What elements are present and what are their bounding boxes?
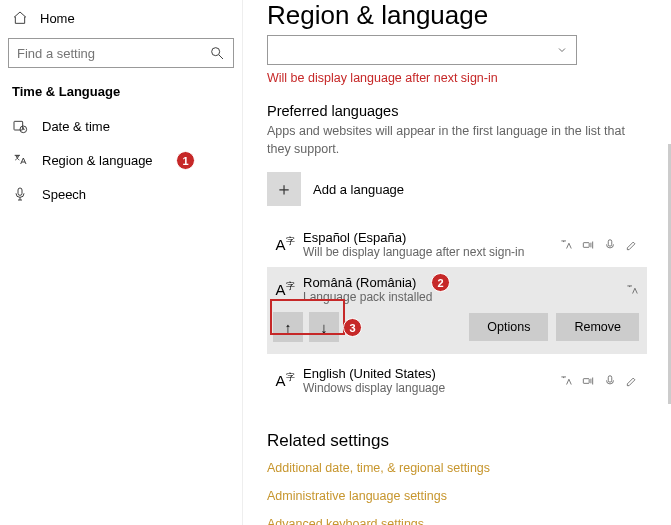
search-box[interactable] [8, 38, 234, 68]
language-features [559, 374, 639, 388]
display-language-dropdown[interactable] [267, 35, 577, 65]
plus-icon: ＋ [267, 172, 301, 206]
annotation-badge-1: 1 [176, 151, 195, 170]
svg-point-0 [212, 48, 220, 56]
text-to-speech-icon [559, 374, 573, 388]
preferred-languages-sub: Apps and websites will appear in the fir… [267, 123, 647, 158]
chevron-down-icon [556, 44, 568, 56]
svg-rect-5 [608, 239, 612, 245]
link-advanced-keyboard[interactable]: Advanced keyboard settings [267, 517, 647, 525]
annotation-badge-2: 2 [431, 273, 450, 292]
text-to-speech-icon [625, 283, 639, 297]
svg-rect-6 [583, 378, 589, 383]
language-glyph-icon: A字 [275, 237, 294, 252]
language-sub: Language pack installed [303, 290, 625, 304]
language-sub: Windows display language [303, 381, 559, 395]
language-features [559, 238, 639, 252]
language-item-english[interactable]: A字 English (United States) Windows displ… [267, 358, 647, 403]
page-title: Region & language [267, 0, 647, 31]
home-icon [12, 10, 28, 26]
speech-recognition-icon [581, 374, 595, 388]
language-item-espanol[interactable]: A字 Español (España) Will be display lang… [267, 222, 647, 267]
category-title: Time & Language [8, 82, 234, 109]
sidebar-item-date-time[interactable]: Date & time [8, 109, 234, 143]
add-language-button[interactable]: ＋ Add a language [267, 172, 647, 206]
svg-rect-7 [608, 375, 612, 381]
home-label: Home [40, 11, 75, 26]
language-icon [12, 152, 28, 168]
microphone-icon [603, 238, 617, 252]
nav-label: Speech [42, 187, 86, 202]
settings-sidebar: Home Time & Language Date & time Region … [0, 0, 243, 525]
microphone-icon [603, 374, 617, 388]
sidebar-item-region-language[interactable]: Region & language 1 [8, 143, 234, 177]
nav-label: Region & language [42, 153, 153, 168]
language-glyph-icon: A字 [275, 373, 294, 388]
language-glyph-icon: A字 [275, 282, 294, 297]
home-nav[interactable]: Home [8, 6, 234, 34]
handwriting-icon [625, 374, 639, 388]
search-icon [209, 45, 225, 61]
handwriting-icon [625, 238, 639, 252]
preferred-languages-title: Preferred languages [267, 103, 647, 119]
language-item-romana-selected[interactable]: A字 Română (România) Language pack instal… [267, 267, 647, 354]
link-additional-settings[interactable]: Additional date, time, & regional settin… [267, 461, 647, 475]
main-content: Region & language Will be display langua… [243, 0, 671, 525]
language-sub: Will be display language after next sign… [303, 245, 559, 259]
display-language-warning: Will be display language after next sign… [267, 71, 647, 85]
svg-rect-1 [14, 121, 23, 130]
annotation-badge-3: 3 [343, 318, 362, 337]
link-administrative-settings[interactable]: Administrative language settings [267, 489, 647, 503]
text-to-speech-icon [559, 238, 573, 252]
sidebar-item-speech[interactable]: Speech [8, 177, 234, 211]
move-up-button[interactable]: ↑ [273, 312, 303, 342]
clock-calendar-icon [12, 118, 28, 134]
svg-rect-3 [18, 188, 22, 195]
microphone-icon [12, 186, 28, 202]
nav-label: Date & time [42, 119, 110, 134]
add-language-label: Add a language [313, 182, 404, 197]
language-name: English (United States) [303, 366, 559, 381]
options-button[interactable]: Options [469, 313, 548, 341]
svg-rect-4 [583, 242, 589, 247]
search-input[interactable] [17, 46, 209, 61]
speech-recognition-icon [581, 238, 595, 252]
language-name: Español (España) [303, 230, 559, 245]
move-down-button[interactable]: ↓ [309, 312, 339, 342]
related-settings-title: Related settings [267, 431, 647, 451]
language-name: Română (România) [303, 275, 625, 290]
remove-button[interactable]: Remove [556, 313, 639, 341]
language-features [625, 283, 639, 297]
